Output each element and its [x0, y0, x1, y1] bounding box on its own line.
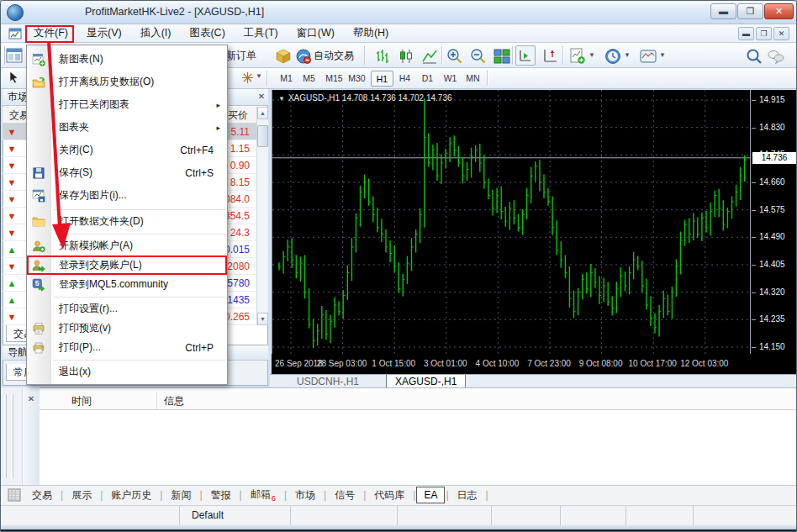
market-watch-scrollbar[interactable]: ▲ ▼ — [256, 107, 268, 325]
file-menu-item[interactable]: 保存为图片(i)... — [27, 184, 227, 207]
package-icon[interactable] — [275, 48, 292, 65]
tile-windows-icon[interactable] — [494, 48, 510, 65]
timeframe-M15[interactable]: M15 — [323, 71, 346, 87]
menubar-item[interactable]: 插入(I) — [131, 24, 181, 43]
submenu-arrow-icon: ▸ — [216, 101, 222, 109]
arrows-shapes-icon[interactable] — [241, 71, 254, 84]
terminal-tab-日志[interactable]: 日志 — [450, 487, 485, 504]
profiles-icon[interactable] — [6, 47, 23, 64]
price-tick-label: 14.405 — [759, 260, 785, 269]
terminal-tab-代码库[interactable]: 代码库 — [367, 487, 412, 504]
menubar-item[interactable]: 帮助(H) — [344, 24, 398, 43]
minimize-button[interactable]: ▬ — [710, 3, 736, 19]
bar-chart-type-icon[interactable] — [374, 48, 391, 65]
title-bar[interactable]: ProfitMarketHK-Live2 - [XAGUSD-,H1] ▬ ❐ … — [1, 1, 797, 24]
mdi-minimize-button[interactable]: ▬ — [738, 27, 754, 40]
chart-shift-end-button[interactable] — [515, 45, 536, 66]
file-menu-item[interactable]: 打开离线历史数据(O) — [27, 71, 227, 93]
journal-panel-icon[interactable] — [8, 488, 21, 502]
market-watch-close-icon[interactable]: ✕ — [256, 92, 267, 102]
templates-icon[interactable] — [640, 48, 657, 65]
price-scale[interactable]: 14.91514.83014.74514.66014.57514.49014.4… — [750, 90, 797, 354]
chevron-down-icon[interactable]: ▼ — [278, 95, 285, 103]
timeframe-H1[interactable]: H1 — [371, 71, 393, 87]
price-tick-label: 14.235 — [759, 314, 785, 324]
timeframe-H4[interactable]: H4 — [393, 71, 416, 87]
terminal-tab-警报[interactable]: 警报 — [203, 487, 239, 504]
file-menu-item[interactable]: 打印(P)...Ctrl+P — [27, 338, 227, 357]
timeframe-MN[interactable]: MN — [462, 71, 484, 87]
file-menu-item[interactable]: 打印预览(v) — [27, 319, 227, 338]
menubar-item[interactable]: 图表(C) — [180, 24, 234, 43]
status-cell — [561, 506, 626, 525]
file-menu-item[interactable]: 图表夹▸ — [27, 116, 227, 139]
toolbar-separator — [487, 71, 488, 86]
arrow-down-icon: ▼ — [3, 211, 21, 221]
periods-dropdown-icon[interactable]: ▼ — [624, 43, 631, 68]
indicators-dropdown-icon[interactable]: ▼ — [589, 43, 595, 68]
indicators-icon[interactable] — [569, 48, 586, 65]
scroll-down-icon[interactable]: ▼ — [257, 313, 268, 325]
menubar-item[interactable]: 窗口(W) — [288, 24, 344, 43]
file-menu-item[interactable]: 关闭(C)Ctrl+F4 — [27, 139, 227, 161]
file-menu-item[interactable]: 保存(S)Ctrl+S — [27, 161, 227, 184]
message-column-header[interactable]: 信息 — [157, 392, 797, 409]
menubar-item[interactable]: 工具(T) — [235, 24, 288, 43]
chart-area[interactable] — [272, 90, 750, 354]
toolbar-gripper[interactable] — [3, 46, 5, 65]
time-column-header[interactable]: 时间 — [40, 392, 157, 409]
mdi-restore-button[interactable]: ❐ — [756, 27, 772, 40]
zoom-in-icon[interactable] — [446, 48, 463, 65]
file-menu-item[interactable]: 打开数据文件夹(D) — [27, 212, 227, 231]
autotrading-button[interactable]: 自动交易 — [314, 43, 354, 68]
terminal-close-icon[interactable]: ✕ — [26, 394, 36, 404]
close-button[interactable]: ✕ — [764, 3, 794, 19]
terminal-tab-EA[interactable]: EA — [416, 487, 445, 503]
terminal-tab-邮箱[interactable]: 邮箱6 — [243, 486, 283, 503]
scroll-up-icon[interactable]: ▲ — [257, 107, 268, 119]
timeframe-D1[interactable]: D1 — [416, 71, 439, 87]
new-order-button[interactable]: 新订单 — [226, 43, 256, 68]
candlestick-type-icon[interactable] — [398, 48, 414, 65]
terminal-tab-市场[interactable]: 市场 — [288, 487, 323, 504]
terminal-tab-交易[interactable]: 交易 — [24, 487, 60, 504]
cursor-icon[interactable] — [8, 71, 21, 84]
autotrading-icon[interactable] — [295, 48, 312, 65]
mdi-close-button[interactable]: ✕ — [773, 27, 789, 40]
file-menu-item[interactable]: 新图表(N) — [27, 48, 227, 71]
arrow-down-icon: ▼ — [3, 194, 21, 204]
terminal-tab-账户历史[interactable]: 账户历史 — [103, 487, 159, 504]
restore-button[interactable]: ❐ — [737, 3, 763, 19]
timeframe-M1[interactable]: M1 — [275, 71, 298, 87]
file-menu-item[interactable]: 打印设置(r)... — [27, 299, 227, 319]
periods-clock-icon[interactable] — [604, 48, 621, 65]
file-menu-item[interactable]: 开新模拟帐户(A) — [27, 236, 227, 255]
file-menu-item[interactable]: 5登录到MQL5.community — [27, 275, 227, 294]
file-menu-item-label: 退出(x) — [50, 365, 222, 379]
terminal-tab-新闻[interactable]: 新闻 — [163, 487, 198, 504]
status-profile[interactable]: Default — [180, 506, 291, 525]
file-menu-item[interactable]: 退出(x) — [27, 362, 227, 382]
file-menu-item[interactable]: 打开已关闭图表▸ — [27, 93, 227, 116]
timeframe-M5[interactable]: M5 — [298, 71, 320, 87]
search-icon[interactable] — [746, 48, 763, 65]
chat-icon[interactable] — [768, 48, 784, 65]
chart-info-line[interactable]: ▼XAGUSD-,H1 14.708 14.736 14.702 14.736 — [278, 93, 452, 103]
panel-gripper[interactable] — [11, 394, 13, 478]
chart-shift-button[interactable] — [542, 48, 559, 65]
menubar-item[interactable]: 显示(V) — [77, 24, 131, 43]
terminal-tab-展示[interactable]: 展示 — [64, 487, 99, 504]
timeframe-M30[interactable]: M30 — [346, 71, 368, 87]
templates-dropdown-icon[interactable]: ▼ — [659, 43, 666, 68]
line-chart-type-icon[interactable] — [421, 48, 438, 65]
shapes-dropdown-icon[interactable]: ▼ — [256, 64, 262, 89]
current-price-box: 14.736 — [752, 152, 796, 164]
file-menu-item[interactable]: 登录到交易账户(L) — [27, 255, 227, 275]
panel-gripper[interactable] — [4, 394, 7, 478]
bid-column-header[interactable]: 买价 — [228, 107, 256, 123]
time-scale[interactable]: 26 Sep 201828 Sep 03:001 Oct 15:003 Oct … — [272, 354, 797, 374]
zoom-out-icon[interactable] — [470, 48, 487, 65]
terminal-tab-信号[interactable]: 信号 — [327, 487, 362, 504]
scrollbar-thumb[interactable] — [257, 125, 268, 147]
timeframe-W1[interactable]: W1 — [439, 71, 462, 87]
